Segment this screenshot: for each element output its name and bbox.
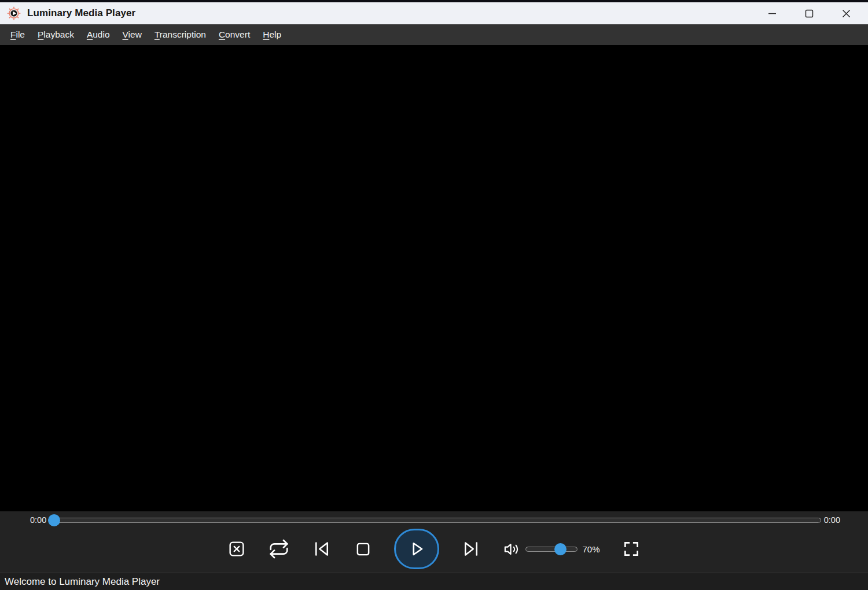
fullscreen-icon — [621, 539, 641, 559]
minimize-button[interactable] — [753, 2, 790, 24]
transport-buttons-row: 70% — [0, 529, 868, 573]
menu-convert[interactable]: Convert — [212, 25, 256, 44]
video-area[interactable] — [0, 45, 868, 511]
menu-help[interactable]: Help — [256, 25, 288, 44]
volume-thumb[interactable] — [554, 543, 567, 555]
seek-thumb[interactable] — [48, 514, 60, 526]
control-panel: 0:00 0:00 — [0, 511, 868, 573]
menubar: File Playback Audio View Transcription C… — [0, 24, 868, 45]
previous-button[interactable] — [311, 539, 332, 559]
remaining-time: 0:00 — [824, 515, 840, 525]
close-icon — [842, 9, 851, 18]
app-window: Luminary Media Player File Play — [0, 0, 868, 590]
volume-track[interactable] — [525, 547, 578, 552]
maximize-button[interactable] — [790, 2, 827, 24]
menu-transcription[interactable]: Transcription — [148, 25, 212, 44]
play-icon — [406, 539, 427, 559]
volume-slider[interactable] — [525, 543, 578, 555]
elapsed-time: 0:00 — [30, 515, 46, 525]
next-button[interactable] — [461, 539, 481, 559]
loop-icon — [268, 538, 290, 560]
window-controls — [753, 2, 865, 24]
volume-icon — [503, 540, 521, 558]
menu-audio[interactable]: Audio — [80, 25, 116, 44]
close-media-icon — [227, 539, 247, 559]
volume-percent: 70% — [582, 544, 599, 554]
titlebar: Luminary Media Player — [0, 2, 868, 24]
window-title: Luminary Media Player — [27, 8, 135, 19]
seek-row: 0:00 0:00 — [0, 511, 868, 529]
previous-icon — [311, 539, 332, 559]
maximize-icon — [805, 9, 814, 18]
mute-button[interactable] — [503, 540, 521, 558]
volume-group: 70% — [503, 540, 599, 558]
stop-button[interactable] — [354, 540, 373, 559]
stop-icon — [354, 540, 373, 559]
menu-file[interactable]: File — [4, 25, 31, 44]
seek-track[interactable] — [48, 518, 821, 523]
status-bar: Welcome to Luminary Media Player — [0, 573, 868, 590]
fullscreen-button[interactable] — [621, 539, 641, 559]
app-logo-icon — [6, 6, 21, 21]
menu-view[interactable]: View — [116, 25, 148, 44]
loop-button[interactable] — [268, 538, 290, 560]
close-media-button[interactable] — [227, 539, 247, 559]
menu-playback[interactable]: Playback — [31, 25, 80, 44]
seek-slider[interactable] — [48, 514, 821, 526]
status-message: Welcome to Luminary Media Player — [5, 576, 160, 588]
next-icon — [461, 539, 481, 559]
play-button[interactable] — [394, 529, 439, 569]
close-button[interactable] — [827, 2, 865, 24]
minimize-icon — [768, 9, 777, 18]
